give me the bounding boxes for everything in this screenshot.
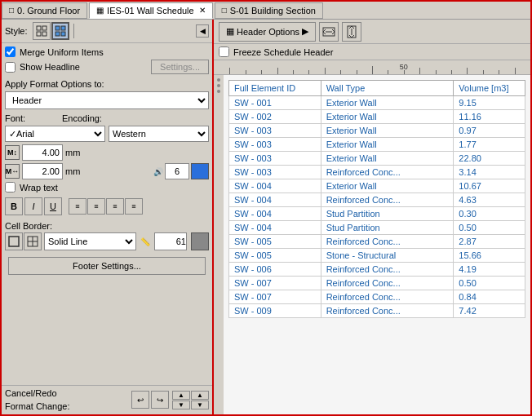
wrap-text-row: Wrap text xyxy=(5,182,209,193)
freeze-checkbox[interactable] xyxy=(219,46,229,57)
right-toolbar: ▦ Header Options ▶ xyxy=(214,20,530,44)
table-row[interactable]: SW - 003 Reinforced Conc... 3.14 xyxy=(229,166,525,179)
table-row[interactable]: SW - 004 Exterior Wall 10.67 xyxy=(229,179,525,193)
table-row[interactable]: SW - 004 Stud Partition 0.30 xyxy=(229,207,525,221)
redo-btn[interactable]: ↪ xyxy=(151,391,169,409)
cell-id: SW - 003 xyxy=(229,124,321,138)
svg-rect-1 xyxy=(42,26,47,30)
dot-1 xyxy=(217,78,220,82)
tab-building-section[interactable]: □ S-01 Building Section xyxy=(215,2,323,19)
bold-btn[interactable]: B xyxy=(5,197,23,215)
header-options-btn[interactable]: ▦ Header Options ▶ xyxy=(219,22,316,42)
cell-type: Reinforced Conc... xyxy=(321,193,454,207)
settings-button[interactable]: Settings... xyxy=(151,60,209,74)
show-headline-label: Show Headline xyxy=(20,62,80,72)
dot-2 xyxy=(217,84,220,87)
align-btns: ≡ ≡ ≡ ≡ xyxy=(69,198,143,215)
font-size-input[interactable] xyxy=(165,163,189,179)
apply-format-select[interactable]: Header xyxy=(5,91,209,109)
grid-view-btn-2[interactable] xyxy=(51,22,69,40)
freeze-label: Freeze Schedule Header xyxy=(233,47,333,57)
cell-id: SW - 004 xyxy=(229,221,321,235)
table-row[interactable]: SW - 003 Exterior Wall 22.80 xyxy=(229,152,525,166)
font-select[interactable]: ✓Arial xyxy=(5,126,105,142)
align-justify-btn[interactable]: ≡ xyxy=(125,198,143,215)
margin-left-input[interactable] xyxy=(22,163,63,179)
svg-rect-3 xyxy=(42,32,47,36)
fit-width-icon xyxy=(322,25,335,38)
show-headline-checkbox[interactable] xyxy=(5,62,16,73)
fit-height-btn[interactable] xyxy=(342,22,361,42)
color-picker-btn[interactable] xyxy=(191,163,209,179)
header-options-arrow: ▶ xyxy=(302,26,308,37)
table-row[interactable]: SW - 004 Stud Partition 0.50 xyxy=(229,221,525,235)
show-headline-row: Show Headline Settings... xyxy=(5,60,209,74)
border-color-btn[interactable] xyxy=(191,232,209,250)
undo-btn[interactable]: ↩ xyxy=(131,391,149,409)
cell-type: Reinforced Conc... xyxy=(321,304,454,318)
cancel-redo-label: Cancel/Redo xyxy=(5,387,69,400)
wrap-text-checkbox[interactable] xyxy=(5,182,16,193)
align-right-btn[interactable]: ≡ xyxy=(106,198,124,215)
toolbar-separator xyxy=(73,24,74,38)
encoding-select[interactable]: Western xyxy=(109,126,209,142)
table-row[interactable]: SW - 009 Reinforced Conc... 7.42 xyxy=(229,304,525,318)
fit-width-btn[interactable] xyxy=(319,22,339,42)
cell-type: Exterior Wall xyxy=(321,110,454,124)
tab-ground-floor[interactable]: □ 0. Ground Floor xyxy=(2,2,87,19)
border-all-btn[interactable] xyxy=(24,232,42,250)
footer-settings-btn[interactable]: Footer Settings... xyxy=(8,257,206,275)
extra-btn-4[interactable]: ▼ xyxy=(191,401,209,409)
tab-close-button[interactable]: ✕ xyxy=(199,6,206,15)
tab-wall-schedule[interactable]: ▦ IES-01 Wall Schedule ✕ xyxy=(89,2,213,19)
cell-volume: 0.30 xyxy=(454,207,525,221)
table-row[interactable]: SW - 001 Exterior Wall 9.15 xyxy=(229,96,525,110)
align-center-btn[interactable]: ≡ xyxy=(87,198,105,215)
table-row[interactable]: SW - 004 Reinforced Conc... 4.63 xyxy=(229,193,525,207)
table-row[interactable]: SW - 003 Exterior Wall 1.77 xyxy=(229,138,525,152)
wrap-text-label: Wrap text xyxy=(20,183,58,193)
table-row[interactable]: SW - 007 Reinforced Conc... 0.84 xyxy=(229,290,525,304)
table-row[interactable]: SW - 007 Reinforced Conc... 0.50 xyxy=(229,277,525,290)
border-style-select[interactable]: Solid Line xyxy=(44,232,136,250)
cell-id: SW - 009 xyxy=(229,304,321,318)
cell-volume: 0.84 xyxy=(454,290,525,304)
schedule-icon: ▦ xyxy=(96,6,104,15)
cell-id: SW - 006 xyxy=(229,263,321,277)
content-area: Style: xyxy=(2,20,530,414)
cell-volume: 22.80 xyxy=(454,152,525,166)
extra-btn-1[interactable]: ▲ xyxy=(172,391,190,400)
border-size-input[interactable] xyxy=(154,232,187,250)
border-outer-btn[interactable] xyxy=(5,232,23,250)
svg-rect-6 xyxy=(55,32,60,36)
font-label: Font: xyxy=(5,113,62,123)
margin-top-row: M↕ mm xyxy=(5,144,209,161)
left-dots xyxy=(214,75,224,414)
panel-collapse-btn[interactable]: ◀ xyxy=(196,24,209,38)
undo-labels: Cancel/Redo Format Change: xyxy=(5,387,69,413)
cell-volume: 7.42 xyxy=(454,304,525,318)
merge-uniform-checkbox[interactable] xyxy=(5,46,16,57)
italic-btn[interactable]: I xyxy=(24,197,42,215)
extra-btn-2[interactable]: ▲ xyxy=(191,391,209,400)
border-outer-icon xyxy=(8,236,20,247)
cell-volume: 3.14 xyxy=(454,166,525,179)
table-row[interactable]: SW - 005 Reinforced Conc... 2.87 xyxy=(229,235,525,249)
style-label: Style: xyxy=(5,26,28,36)
extra-btn-3[interactable]: ▼ xyxy=(172,401,190,409)
align-left-btn[interactable]: ≡ xyxy=(69,198,86,215)
grid-view-btn-1[interactable] xyxy=(33,22,51,40)
grid2-icon xyxy=(55,25,66,37)
header-options-icon: ▦ xyxy=(226,26,234,37)
undo-row: Cancel/Redo Format Change: ↩ ↪ ▲ ▲ ▼ ▼ xyxy=(2,385,212,414)
table-row[interactable]: SW - 003 Exterior Wall 0.97 xyxy=(229,124,525,138)
table-row[interactable]: SW - 002 Exterior Wall 11.16 xyxy=(229,110,525,124)
cell-type: Reinforced Conc... xyxy=(321,263,454,277)
table-row[interactable]: SW - 006 Reinforced Conc... 4.19 xyxy=(229,263,525,277)
underline-btn[interactable]: U xyxy=(44,197,62,215)
margin-top-input[interactable] xyxy=(22,144,63,161)
tab-ground-floor-label: 0. Ground Floor xyxy=(17,6,80,15)
header-options-label: Header Options xyxy=(237,27,299,37)
table-row[interactable]: SW - 005 Stone - Structural 15.66 xyxy=(229,249,525,263)
cell-type: Stud Partition xyxy=(321,221,454,235)
